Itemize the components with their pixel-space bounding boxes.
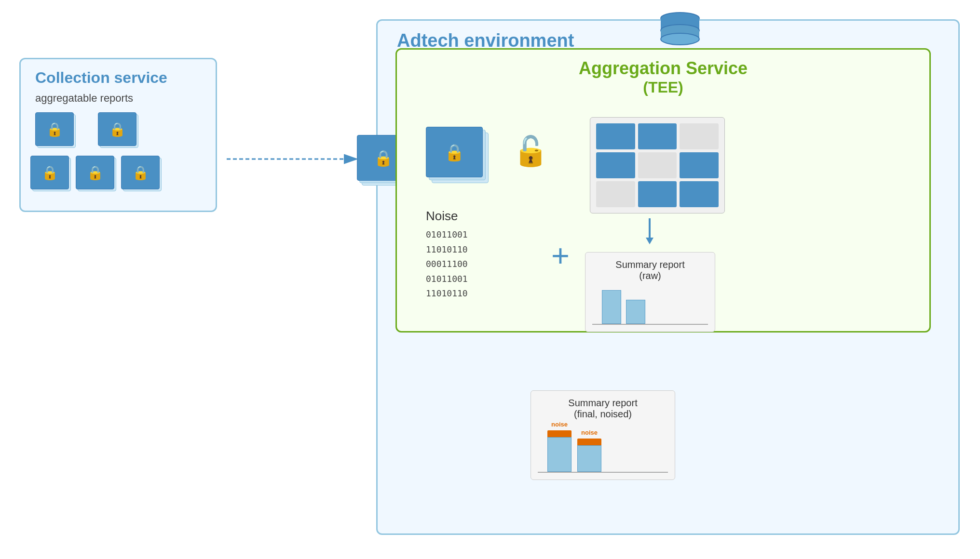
- grid-report-icon: [590, 117, 725, 213]
- aggregation-service-box: Aggregation Service (TEE) 🔒 🔓: [395, 48, 931, 333]
- unlocked-lock-icon: 🔓: [513, 134, 549, 168]
- aggregation-title: Aggregation Service: [579, 58, 748, 78]
- summary-final-label2: (final, noised): [574, 409, 632, 419]
- summary-raw-label2: (raw): [639, 270, 661, 281]
- aggregation-subtitle: (TEE): [643, 79, 683, 96]
- noise-binary: 01011001 11010110 00011100 01011001 1101…: [426, 227, 468, 301]
- summary-raw-card: Summary report (raw): [585, 252, 715, 332]
- noise-label-bar1: noise: [551, 421, 568, 428]
- database-icon: [656, 10, 704, 50]
- down-arrow: [646, 218, 653, 244]
- collection-service-box: Collection service aggregatable reports …: [19, 58, 217, 212]
- collection-title: Collection service: [35, 69, 167, 87]
- noise-label: Noise: [426, 209, 468, 224]
- summary-raw-label1: Summary report: [615, 259, 684, 270]
- summary-final-label1: Summary report: [568, 398, 637, 408]
- noise-label-bar2: noise: [581, 429, 598, 436]
- plus-sign: +: [551, 238, 570, 274]
- noise-section: Noise 01011001 11010110 00011100 0101100…: [426, 209, 468, 301]
- aggregation-batch-docs: 🔒: [426, 127, 489, 185]
- svg-point-10: [661, 33, 699, 45]
- summary-final-card: Summary report (final, noised) noise noi…: [531, 390, 675, 480]
- diagram-container: Adtech environment Collection service ag…: [0, 0, 980, 559]
- collection-subtitle: aggregatable reports: [35, 92, 133, 105]
